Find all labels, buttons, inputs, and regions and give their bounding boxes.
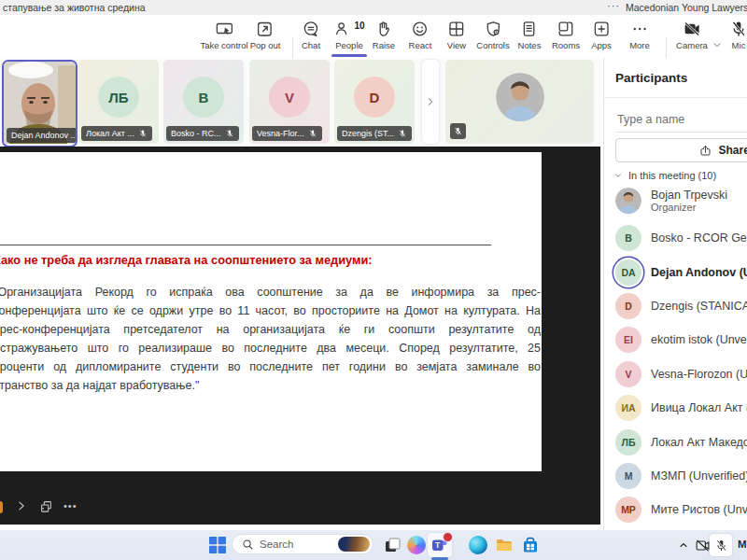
raise-hand-icon (374, 20, 393, 38)
avatar: D (354, 77, 395, 118)
tile-name-label: Dejan Andonov ... (7, 128, 78, 143)
notes-icon (520, 20, 539, 38)
video-tile-dzengis[interactable]: D Dzengis (ST... (334, 60, 415, 144)
title-strip: стапување за животна средина ··· Macedon… (0, 0, 747, 15)
file-explorer-icon[interactable] (495, 536, 514, 554)
react-button[interactable]: React (409, 20, 432, 50)
participant-row[interactable]: ИА Ивица Локал Акт (Unverified) (615, 391, 747, 425)
document-divider-line (0, 245, 491, 245)
meeting-title: Macedonian Young Lawyers Association (626, 2, 747, 13)
controls-button[interactable]: Controls (476, 20, 509, 50)
video-tile-dejan[interactable]: Dejan Andonov ... (2, 60, 78, 147)
participants-panel: Participants Share invite In this meetin… (603, 58, 747, 530)
notes-button[interactable]: Notes (518, 20, 542, 50)
react-icon (411, 20, 430, 38)
copilot-icon[interactable] (407, 536, 426, 554)
chat-button[interactable]: Chat (302, 20, 320, 50)
document-heading: Како не треба да изгледа главата на сооп… (0, 253, 526, 267)
rooms-button[interactable]: Rooms (552, 20, 580, 50)
avatar-speaking: DA (615, 259, 641, 286)
tray-mic-muted-button[interactable] (710, 534, 732, 556)
search-daily-image (338, 537, 370, 552)
video-tile-bosko[interactable]: B Bosko - RC... (163, 60, 244, 144)
video-tile-self[interactable] (445, 60, 594, 144)
more-icon (630, 20, 649, 38)
tile-name-label: Vesna-Flor... (252, 126, 322, 141)
take-control-icon (215, 20, 233, 38)
avatar: D (615, 293, 641, 319)
windows-taskbar: Search T M (0, 530, 747, 560)
pop-out-icon (256, 20, 275, 38)
avatar: EI (615, 327, 641, 353)
participant-row[interactable]: ЛБ Локал Акт Македонски Брод (Unverified… (615, 425, 747, 458)
more-button[interactable]: More (629, 20, 650, 50)
avatar: B (183, 77, 224, 118)
view-button[interactable]: View (447, 20, 466, 50)
tray-chevron-up-icon[interactable] (678, 539, 697, 558)
raise-hand-button[interactable]: Raise (373, 20, 395, 50)
video-tile-vesna[interactable]: V Vesna-Flor... (249, 60, 330, 144)
pop-out-button[interactable]: Pop out (250, 20, 281, 50)
tray-language-indicator[interactable]: M (738, 539, 747, 550)
participant-name: ekotim istok (Unverified) (651, 333, 747, 346)
participant-name: Мите Ристов (Unverified) (651, 503, 747, 516)
avatar: V (269, 77, 310, 118)
avatar: МР (615, 497, 641, 523)
participant-row[interactable]: B Bosko - RCOR Gevgelija (Unverified) (615, 221, 747, 255)
tile-name-label: Локал Акт ... (81, 126, 152, 141)
participant-name: Dejan Andonov (Unverified) (651, 266, 747, 279)
chat-icon (302, 20, 320, 38)
participant-list: Bojan Trpevski Organizer B Bosko - RCOR … (615, 179, 747, 527)
participant-row[interactable]: МР Мите Ристов (Unverified) (615, 493, 747, 526)
search-label: Search (260, 539, 332, 550)
participant-row[interactable]: D Dzengis (STANICA PET) (Unverified) (615, 289, 747, 323)
participant-row[interactable]: EI ekotim istok (Unverified) (615, 323, 747, 357)
participant-name: Ивица Локал Акт (Unverified) (651, 401, 747, 414)
shared-screen-stage: Како не треба да изгледа главата на сооп… (0, 147, 600, 525)
start-button[interactable] (209, 537, 226, 553)
chevron-right-icon (425, 96, 436, 107)
shared-app-toolbar: ••• (0, 499, 187, 518)
avatar (496, 73, 544, 121)
avatar (615, 188, 641, 214)
share-toolbar-windows-icon[interactable] (39, 499, 53, 513)
edge-browser-icon[interactable] (469, 536, 487, 554)
participant-name: Vesna-Florozon (Unverified) (651, 368, 747, 381)
tile-name-label: Dzengis (ST... (337, 126, 412, 141)
participant-row[interactable]: V Vesna-Florozon (Unverified) (615, 357, 747, 391)
share-toolbar-more-icon[interactable]: ••• (63, 500, 78, 511)
participant-search-input[interactable] (615, 107, 747, 133)
task-view-button[interactable] (383, 536, 402, 554)
more-tiles-button[interactable] (422, 60, 439, 144)
microsoft-store-icon[interactable] (521, 536, 540, 554)
video-tile-lokal-akt[interactable]: ЛБ Локал Акт ... (78, 60, 159, 144)
camera-off-icon (683, 20, 701, 38)
take-control-button[interactable]: Take control (200, 20, 247, 50)
svg-text:T: T (435, 540, 441, 550)
share-toolbar-next-icon[interactable] (15, 499, 28, 512)
participant-role: Organizer (651, 202, 727, 213)
taskbar-search-box[interactable]: Search (232, 534, 374, 554)
mic-toggle-button[interactable]: Mic (729, 20, 747, 50)
people-button[interactable]: 10 People (333, 20, 364, 50)
teams-active-indicator (431, 557, 448, 560)
mic-muted-icon (450, 123, 466, 139)
participant-row[interactable]: DA Dejan Andonov (Unverified) (615, 255, 747, 288)
avatar: V (615, 361, 641, 387)
people-tab-active-indicator (331, 54, 367, 57)
people-icon (333, 20, 351, 37)
camera-toggle-button[interactable]: Camera (676, 20, 708, 50)
camera-options-chevron-icon[interactable] (712, 39, 723, 50)
participant-row[interactable]: Bojan Trpevski Organizer (615, 179, 747, 221)
share-invite-button[interactable]: Share invite (615, 138, 747, 162)
apps-button[interactable]: Apps (591, 20, 612, 50)
participant-name: Локал Акт Македонски Брод (Unverified) (651, 436, 747, 449)
participant-row[interactable]: M МЗМП (Unverified) (615, 459, 747, 493)
titlebar-more-icon[interactable]: ··· (607, 0, 620, 11)
avatar: M (615, 463, 641, 489)
tile-name-label: Bosko - RC... (166, 126, 239, 141)
video-tile-strip: Dejan Andonov ... ЛБ Локал Акт ... B Bos… (0, 59, 600, 147)
avatar: B (615, 225, 641, 251)
mic-muted-icon (138, 129, 148, 138)
panel-divider (604, 97, 747, 98)
